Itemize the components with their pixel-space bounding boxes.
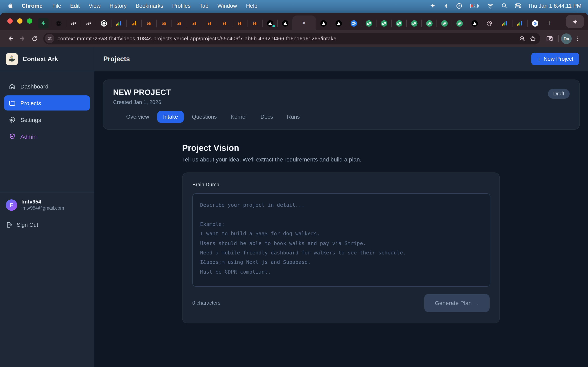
browser-ai-sparkle-button[interactable] xyxy=(566,15,584,28)
pinned-tab-openai-dark[interactable] xyxy=(51,16,66,30)
brain-dump-textarea[interactable] xyxy=(192,193,490,287)
user-name: fmtv954 xyxy=(21,199,64,205)
pinned-tab-anthropic-a[interactable]: a xyxy=(142,16,156,30)
menu-item-profiles[interactable]: Profiles xyxy=(168,3,195,9)
generate-plan-button[interactable]: Generate Plan → xyxy=(424,294,490,312)
pinned-tab-analytics-color[interactable] xyxy=(112,16,126,30)
new-tab-button[interactable]: + xyxy=(542,16,556,30)
sidebar-item-label: Settings xyxy=(20,117,41,123)
project-tab-overview[interactable]: Overview xyxy=(121,111,155,123)
pinned-tab-vercel[interactable] xyxy=(331,16,346,30)
brand[interactable]: Context Ark xyxy=(0,47,94,71)
menu-item-tab[interactable]: Tab xyxy=(195,3,213,9)
pinned-tab-vercel[interactable] xyxy=(278,16,292,30)
pinned-tab-supabase-bolt-tile[interactable] xyxy=(36,16,51,30)
pinned-tab-supabase-green[interactable] xyxy=(452,16,467,30)
sidebar-item-projects[interactable]: Projects xyxy=(4,95,90,110)
sidebar-item-dashboard[interactable]: Dashboard xyxy=(4,79,90,94)
spotlight-icon[interactable] xyxy=(502,3,507,8)
project-tab-intake[interactable]: Intake xyxy=(157,111,184,123)
pinned-tab-chatgpt-blue[interactable] xyxy=(346,16,361,30)
apple-logo-icon[interactable] xyxy=(7,2,13,9)
sparkle-icon[interactable] xyxy=(430,3,436,8)
pinned-tab-vercel[interactable] xyxy=(263,16,277,30)
gear-icon xyxy=(9,116,16,123)
menu-item-bookmarks[interactable]: Bookmarks xyxy=(131,3,168,9)
pinned-tab-supabase-green[interactable] xyxy=(437,16,452,30)
menu-item-file[interactable]: File xyxy=(48,3,66,9)
pinned-tab-anthropic-a[interactable]: a xyxy=(247,16,262,30)
minimize-window-button[interactable] xyxy=(17,18,22,24)
page-title: Projects xyxy=(103,55,130,63)
pinned-tab-anthropic-a[interactable]: a xyxy=(172,16,187,30)
active-tab[interactable]: × xyxy=(292,16,316,30)
pinned-tab-supabase-green[interactable] xyxy=(361,16,376,30)
control-center-icon[interactable] xyxy=(515,3,521,9)
menubar-clock[interactable]: Thu Jan 1 6:44:11 PM xyxy=(527,3,581,9)
battery-charging-icon[interactable] xyxy=(470,3,479,8)
back-button[interactable] xyxy=(4,33,16,45)
forward-button[interactable] xyxy=(16,33,29,45)
reload-button[interactable] xyxy=(29,33,41,45)
menubar-status-icons xyxy=(430,3,521,9)
pinned-tab-github[interactable] xyxy=(96,16,111,30)
context-ark-logo-icon xyxy=(6,53,18,65)
menu-item-history[interactable]: History xyxy=(105,3,131,9)
user-block[interactable]: F fmtv954 fmtv954@gmail.com xyxy=(6,199,64,211)
window-controls xyxy=(7,18,32,24)
sign-out-button[interactable]: Sign Out xyxy=(6,221,38,228)
pinned-tab-gear-tab[interactable] xyxy=(482,16,497,30)
pinned-tab-anthropic-a[interactable]: a xyxy=(232,16,247,30)
sidebar-item-admin[interactable]: Admin xyxy=(4,129,90,144)
pinned-tab-analytics-color[interactable] xyxy=(512,16,527,30)
sidebar-item-settings[interactable]: Settings xyxy=(4,112,90,127)
pinned-tab-google-g[interactable]: G xyxy=(527,16,542,30)
side-panel-button[interactable] xyxy=(544,33,556,45)
project-tab-runs[interactable]: Runs xyxy=(281,111,305,123)
project-tab-kernel[interactable]: Kernel xyxy=(225,111,252,123)
pinned-tab-supabase-green[interactable] xyxy=(422,16,437,30)
pinned-tab-anthropic-a[interactable]: a xyxy=(187,16,202,30)
wifi-icon[interactable] xyxy=(487,3,494,8)
bluetooth-icon[interactable] xyxy=(443,3,448,9)
pinned-tab-supabase-green[interactable] xyxy=(376,16,391,30)
close-window-button[interactable] xyxy=(7,18,13,24)
pinned-tab-vercel[interactable] xyxy=(467,16,482,30)
pinned-tab-analytics-color[interactable] xyxy=(497,16,512,30)
pinned-tab-analytics-orange[interactable] xyxy=(127,16,141,30)
sidebar-item-label: Admin xyxy=(20,133,36,140)
browser-profile-avatar[interactable]: Da xyxy=(561,33,572,44)
pinned-tab-vercel[interactable] xyxy=(316,16,331,30)
sign-out-icon xyxy=(6,221,13,228)
menu-item-view[interactable]: View xyxy=(84,3,105,9)
pinned-tab-slash-infinity[interactable] xyxy=(81,16,96,30)
url-text[interactable]: context-mmmt7z5w8-fb4tfvideos-1084s-proj… xyxy=(58,35,516,42)
menu-item-window[interactable]: Window xyxy=(213,3,242,9)
pinned-tab-anthropic-a[interactable]: a xyxy=(202,16,217,30)
address-bar[interactable]: context-mmmt7z5w8-fb4tfvideos-1084s-proj… xyxy=(43,33,540,44)
close-tab-icon[interactable]: × xyxy=(303,20,306,26)
pinned-tab-anthropic-a[interactable]: a xyxy=(157,16,172,30)
new-project-button[interactable]: + New Project xyxy=(531,53,579,65)
brand-name: Context Ark xyxy=(22,55,58,63)
pinned-tab-supabase-green[interactable] xyxy=(407,16,421,30)
project-tab-questions[interactable]: Questions xyxy=(186,111,223,123)
pinned-tab-anthropic-a[interactable]: a xyxy=(217,16,232,30)
project-created-date: Created Jan 1, 2026 xyxy=(113,99,570,105)
pinned-tab-supabase-green[interactable] xyxy=(392,16,406,30)
user-avatar: F xyxy=(6,199,17,211)
bookmark-star-icon[interactable] xyxy=(530,35,536,42)
menu-item-chrome[interactable]: Chrome xyxy=(17,3,48,9)
site-settings-icon[interactable] xyxy=(45,34,54,43)
browser-menu-kebab[interactable] xyxy=(572,33,584,45)
user-email: fmtv954@gmail.com xyxy=(21,205,64,211)
menu-item-edit[interactable]: Edit xyxy=(66,3,84,9)
project-tab-docs[interactable]: Docs xyxy=(255,111,279,123)
screen-record-icon[interactable] xyxy=(456,3,462,9)
pinned-tab-slash-infinity[interactable] xyxy=(66,16,81,30)
project-tabs: OverviewIntakeQuestionsKernelDocsRuns xyxy=(121,111,570,123)
zoom-window-button[interactable] xyxy=(27,18,32,24)
zoom-out-icon[interactable] xyxy=(519,35,526,42)
menu-item-help[interactable]: Help xyxy=(242,3,262,9)
char-count: 0 characters xyxy=(192,300,221,306)
